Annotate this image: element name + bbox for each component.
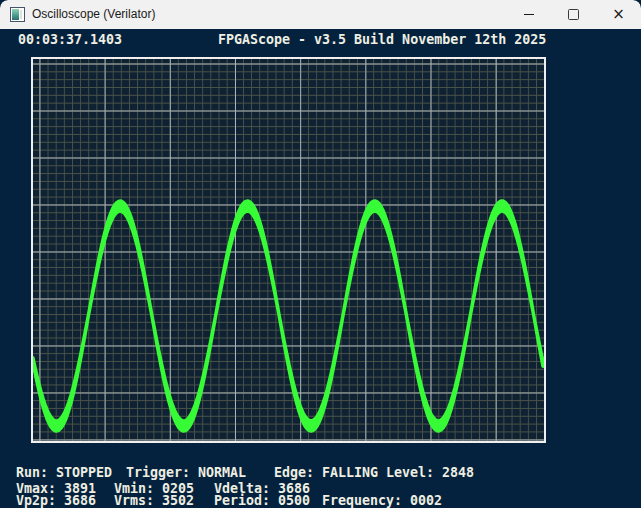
- trigger-edge: Edge:FALLING: [274, 465, 378, 480]
- vrms-readout: Vrms:3502: [114, 493, 194, 508]
- minimize-icon: [524, 14, 534, 15]
- scope-display: [31, 57, 546, 443]
- status-row-trigger: Run:STOPPED Trigger:NORMAL Edge:FALLING …: [0, 465, 641, 479]
- run-status: Run:STOPPED: [16, 465, 112, 480]
- app-icon-teal-block: [12, 9, 19, 20]
- waveform-plot: [33, 59, 544, 441]
- vp2p-readout: Vp2p:3686: [16, 493, 96, 508]
- elapsed-time: 00:03:37.1403: [18, 32, 122, 47]
- period-readout: Period:0500: [214, 493, 310, 508]
- measurements-row-2: Vp2p:3686 Vrms:3502 Period:0500 Frequenc…: [0, 493, 641, 507]
- trigger-mode: Trigger:NORMAL: [126, 465, 246, 480]
- app-window: Oscilloscope (Verilator) × 00:03:37.1403…: [0, 0, 641, 508]
- window-titlebar: Oscilloscope (Verilator) ×: [0, 0, 641, 29]
- trigger-level: Level:2848: [386, 465, 474, 480]
- app-icon-detail: [20, 10, 22, 19]
- maximize-button[interactable]: [551, 0, 596, 29]
- app-title: FPGAScope - v3.5 Build November 12th 202…: [218, 32, 546, 47]
- app-icon: [10, 7, 25, 22]
- minimize-button[interactable]: [506, 0, 551, 29]
- window-title: Oscilloscope (Verilator): [32, 7, 155, 21]
- sine-waveform: [33, 201, 543, 431]
- frequency-readout: Frequency:0002: [322, 493, 442, 508]
- close-button[interactable]: ×: [596, 0, 641, 29]
- close-icon: ×: [612, 7, 625, 22]
- maximize-icon: [568, 9, 579, 20]
